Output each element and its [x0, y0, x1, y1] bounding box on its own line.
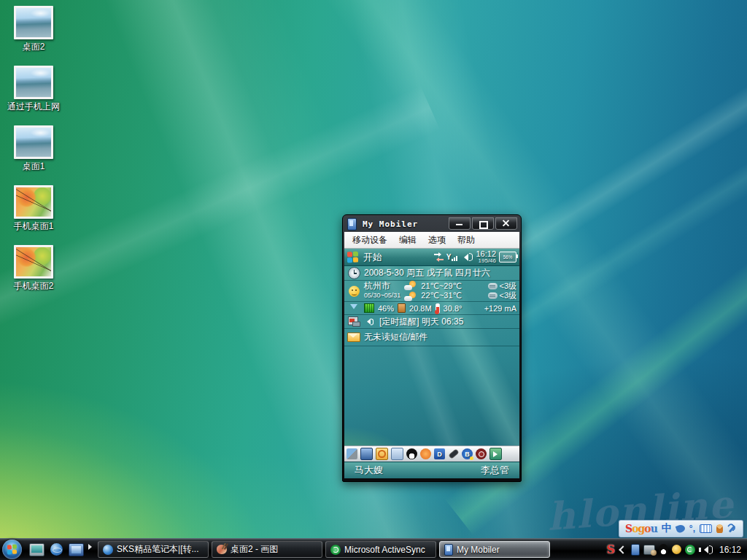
taskbutton-paint[interactable]: 桌面2 - 画图 — [212, 541, 322, 558]
qq-tray-icon[interactable] — [659, 544, 668, 555]
quick-launch — [29, 543, 84, 556]
mobiler-tray-icon[interactable] — [631, 544, 640, 556]
paint-thumbnail-icon — [14, 185, 53, 219]
taskbutton-sks-notebook[interactable]: SKS精品笔记本|[转... — [98, 541, 209, 558]
data-connection-icon[interactable] — [434, 252, 444, 262]
battery-indicator-icon[interactable]: 56% — [499, 252, 516, 262]
maximize-button[interactable] — [472, 217, 494, 230]
messages-row[interactable]: 无未读短信/邮件 — [344, 329, 519, 346]
desktop-icon-desktop2[interactable]: 桌面2 — [0, 6, 67, 52]
sync-devices-icon[interactable] — [347, 448, 357, 459]
punctuation-toggle[interactable]: °, — [689, 524, 695, 534]
speaker-icon — [364, 319, 374, 325]
thermometer-icon — [436, 303, 440, 314]
switch-windows-icon[interactable] — [69, 543, 84, 556]
battery-percent: 46% — [378, 304, 394, 313]
device-screen-icon[interactable] — [360, 448, 373, 460]
tray-collapse-icon[interactable] — [619, 545, 627, 553]
battery-level-icon — [364, 303, 374, 313]
menu-mobile-device[interactable]: 移动设备 — [347, 233, 392, 248]
reminder-row[interactable]: [定时提醒] 明天 06:35 — [344, 315, 519, 329]
desktop-icon-label: 通过手机上网 — [0, 101, 67, 112]
taskbutton-activesync[interactable]: Microsoft ActiveSync — [325, 541, 436, 558]
left-softkey[interactable]: 马大嫂 — [355, 464, 383, 477]
wm-startbar: 开始 Y 16:12 195/46 56% — [344, 249, 519, 266]
activesync-tray-icon[interactable] — [685, 545, 695, 555]
desktop-icon-label: 桌面2 — [0, 42, 67, 52]
weather-row[interactable]: 杭州市 05/30~05/31 21℃~29℃ 22℃~31℃ <3级 <3级 — [344, 281, 519, 302]
volume-tray-icon[interactable] — [699, 545, 713, 554]
phone-toolbar: D B — [344, 446, 519, 462]
power-icon[interactable] — [476, 448, 487, 459]
taskbar-clock[interactable]: 16:12 — [719, 545, 741, 555]
photo-thumbnail-icon — [14, 66, 53, 99]
today-date-row[interactable]: 2008-5-30 周五 戊子鼠 四月廿六 — [344, 266, 519, 281]
desktop-wallpaper: 桌面2 通过手机上网 桌面1 手机桌面1 手机桌面2 hlonline My M… — [0, 0, 747, 560]
cpu-temperature: 30.8° — [444, 304, 462, 313]
wind-icon — [488, 283, 498, 289]
display-tray-icon[interactable] — [643, 545, 655, 555]
maximize-icon — [479, 221, 488, 229]
soft-keyboard-icon[interactable] — [700, 524, 712, 533]
desktop-icon-phone-desktop1[interactable]: 手机桌面1 — [0, 185, 67, 231]
desktop-icon-desktop1[interactable]: 桌面1 — [0, 125, 67, 171]
paint-icon — [217, 545, 227, 554]
handset-icon[interactable] — [448, 448, 459, 459]
computer-icon — [348, 316, 360, 327]
settings-wrench-icon[interactable] — [727, 524, 737, 534]
right-softkey[interactable]: 李总管 — [481, 464, 509, 477]
exit-icon[interactable] — [489, 448, 502, 460]
device-status-row[interactable]: 46% 20.8M 30.8° +129 mA — [344, 302, 519, 315]
chinese-mode-toggle[interactable]: 中 — [662, 522, 672, 535]
photo-thumbnail-icon — [14, 6, 53, 39]
taskbutton-my-mobiler[interactable]: My Mobiler — [439, 541, 550, 558]
desktop-icon-label: 桌面1 — [0, 161, 67, 171]
softkey-bar: 马大嫂 李总管 — [344, 462, 519, 478]
minimize-button[interactable] — [449, 217, 471, 230]
minimize-icon — [456, 224, 462, 225]
envelope-icon — [347, 332, 360, 342]
messages-text: 无未读短信/邮件 — [364, 331, 427, 343]
date-text: 2008-5-30 周五 戊子鼠 四月廿六 — [364, 267, 490, 279]
weather-day1-wind: <3级 — [499, 281, 516, 291]
dropdown-triangle-icon — [350, 304, 357, 313]
bluetooth-icon[interactable]: B — [462, 448, 473, 459]
coin-tray-icon[interactable] — [672, 545, 681, 554]
weather-city: 杭州市 — [364, 281, 400, 291]
internet-explorer-icon[interactable] — [50, 543, 63, 556]
signal-strength-icon[interactable]: Y — [446, 254, 458, 261]
volume-icon[interactable] — [460, 253, 473, 261]
sun-cloud-icon — [404, 281, 416, 290]
search-icon[interactable] — [376, 448, 388, 460]
sogou-tray-icon[interactable]: S — [606, 544, 615, 556]
wm-clock[interactable]: 16:12 195/46 — [476, 251, 496, 264]
menu-options[interactable]: 选项 — [423, 233, 451, 248]
desktop-icon-phone-desktop2[interactable]: 手机桌面2 — [0, 245, 67, 291]
skin-person-icon[interactable] — [716, 524, 723, 533]
menu-edit[interactable]: 编辑 — [394, 233, 422, 248]
start-orb[interactable] — [2, 540, 22, 559]
quick-launch-expand-icon[interactable] — [88, 544, 95, 550]
dopod-d-icon[interactable]: D — [434, 448, 445, 459]
weather-date-range: 05/30~05/31 — [364, 291, 400, 300]
close-button[interactable] — [495, 217, 517, 230]
call-icon[interactable] — [420, 448, 431, 459]
activesync-icon — [330, 545, 341, 555]
start-menu-label[interactable]: 开始 — [363, 251, 382, 264]
sun-cloud-icon — [404, 292, 416, 301]
notes-icon[interactable] — [391, 448, 403, 460]
internet-explorer-icon — [103, 545, 113, 555]
world-clock-icon — [348, 267, 360, 279]
menu-help[interactable]: 帮助 — [452, 233, 480, 248]
desktop-icon-phone-internet[interactable]: 通过手机上网 — [0, 66, 67, 112]
show-desktop-icon[interactable] — [29, 543, 44, 556]
photo-thumbnail-icon — [14, 125, 53, 159]
weather-day1-temp: 21℃~29℃ — [421, 281, 462, 291]
wind-icon — [488, 292, 498, 299]
sogou-logo[interactable]: Sogou — [625, 523, 657, 534]
window-titlebar[interactable]: My Mobiler — [344, 217, 519, 232]
phone-screen: 开始 Y 16:12 195/46 56% — [344, 249, 519, 478]
sogou-bird-icon[interactable] — [676, 524, 686, 533]
windows-flag-icon[interactable] — [347, 251, 359, 262]
qq-icon[interactable] — [406, 448, 417, 459]
